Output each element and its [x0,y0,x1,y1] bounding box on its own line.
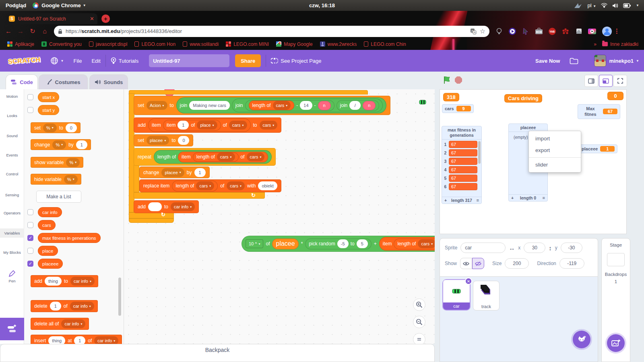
block-add-item-to-cars[interactable]: add item item1ofplace▾ of cars▾ to cars▾ [134,117,281,133]
list-dropdown[interactable]: cars▾ [260,121,278,130]
lightbulb-extension-icon[interactable] [495,27,503,35]
item-of-list-reporter[interactable]: item1ofplace▾ [163,120,221,131]
back-button[interactable]: ← [2,28,14,35]
pick-random-operator[interactable]: pick random-5to5 [305,239,371,249]
variable-monitor-max-fitness[interactable]: Max fitnes67 [578,104,620,119]
category-sensing[interactable]: Sensing [0,193,24,197]
monitor-checkbox[interactable] [27,222,33,228]
stage-canvas[interactable]: 318 cars9 Cars driving 0 Max fitnes67 pl… [440,89,627,234]
list-dropdown[interactable]: cars▾ [418,239,435,248]
variable-monitor-large[interactable]: 0 [607,92,623,100]
list-dropdown[interactable]: car info▾ [61,319,85,328]
forward-button[interactable]: → [14,28,27,35]
rainbow-video-extension-icon[interactable] [588,27,596,35]
list-monitor-max-fitness[interactable]: max fitness in generations 167 267 367 4… [442,126,482,204]
palette-list-max-fitness[interactable]: max fitness in generations [38,233,101,243]
tab-costumes[interactable]: Costumes [39,74,88,89]
briefcase-extension-icon[interactable] [535,27,543,35]
value-input-empty[interactable] [148,202,162,211]
bookmark-solilandi[interactable]: www.solilandi [183,41,219,47]
variable-dropdown[interactable]: placee▾ [161,168,184,177]
variable-dropdown[interactable]: %▾ [43,123,57,132]
yab-extension-icon[interactable]: YAB [548,27,556,35]
block-add-empty-to-car-info[interactable]: add to car info▾ [134,200,199,213]
backpack-bar[interactable]: Backpack [0,344,435,362]
variable-dropdown[interactable]: %▾ [52,140,66,149]
bookmark-star-icon[interactable]: ☆ [480,27,485,35]
variable-dropdown[interactable]: Acion▾ [147,101,167,110]
file-menu[interactable]: File [68,50,87,72]
menu-item-import[interactable]: import [529,133,581,144]
bookmark-lego-chin[interactable]: LEGO.com Chin [364,41,406,47]
zoom-reset-button[interactable] [413,333,425,344]
browser-menu-button[interactable] [616,29,617,34]
bookmark-2wrecks[interactable]: www.2wrecks [320,41,357,47]
chevron-down-icon[interactable]: ▼ [636,4,639,7]
block-replace-item[interactable]: replace item length ofcars▾ of cars▾ wit… [139,179,281,192]
list-dropdown[interactable]: cars▾ [227,181,245,190]
repeat-bottom-arm[interactable] [134,192,265,199]
new-tab-button[interactable]: + [101,14,110,23]
join-operator[interactable]: join / n [336,100,380,111]
tab-close-icon[interactable]: ✕ [90,16,94,22]
tutorials-button[interactable]: Tutorials [106,50,143,72]
other-bookmarks-folder[interactable]: Inne zakładki [602,41,638,47]
category-events[interactable]: Events [0,153,24,157]
delete-sprite-icon[interactable]: ✕ [465,278,472,285]
block-repeat[interactable]: repeat length of item length ofcars▾ of … [134,148,276,166]
zoom-in-button[interactable] [413,298,425,311]
palette-scrollbar[interactable] [118,278,121,316]
flower-extension-icon[interactable] [561,27,570,35]
value-input[interactable]: 1 [74,336,85,344]
value-input[interactable]: 5 [357,239,368,248]
my-stuff-button[interactable] [565,50,583,72]
stage-selector[interactable]: Stage Backdrops 1 [601,238,630,362]
list-dropdown[interactable]: car info▾ [94,336,118,344]
category-pen[interactable]: Pen [0,269,24,283]
list-row[interactable]: 267 [444,149,477,156]
monitor-checkbox[interactable] [27,94,33,100]
category-looks[interactable]: Looks [0,113,24,118]
length-of-operator[interactable]: length of item length ofcars▾ of cars▾ [154,150,272,164]
clock[interactable]: czw, 16:18 [0,2,644,8]
list-resize-handle[interactable]: = [477,198,479,203]
share-button[interactable]: Share [235,54,261,67]
see-project-page-button[interactable]: See Project Page [266,50,326,72]
sprite-direction-input[interactable]: -119 [559,258,584,269]
tab-code[interactable]: Code [6,74,38,89]
language-selector[interactable]: ▼ [45,50,69,72]
list-dropdown[interactable]: place▾ [197,121,217,130]
monitor-checkbox-checked[interactable] [27,261,33,267]
palette-block-insert-at-list[interactable]: insertthingat1ofcar info▾ [31,335,122,344]
add-extension-button[interactable] [0,318,24,340]
translate-icon[interactable]: aA [470,28,477,35]
c-block-bottom-arm[interactable] [129,212,174,218]
custom-block-param[interactable]: n [318,101,331,110]
sprite-tile-track[interactable]: track [473,281,500,311]
value-input[interactable]: 1 [178,121,189,130]
list-dropdown[interactable]: cars▾ [273,101,291,110]
palette-list-car-info[interactable]: car info [38,207,62,217]
palette-block-hide-variable[interactable]: hide variable%▾ [31,174,81,185]
monitor-checkbox-checked[interactable] [27,235,33,241]
list-row[interactable]: 467 [444,166,477,173]
battery-icon[interactable] [623,3,631,8]
video-play-extension-icon[interactable] [508,27,516,35]
category-sound[interactable]: Sound [0,134,24,138]
category-motion[interactable]: Motion [0,94,24,99]
variable-monitor-cars[interactable]: cars9 [442,104,474,113]
category-my-blocks[interactable]: My Blocks [0,250,24,255]
reload-button[interactable]: ↻ [27,27,39,35]
palette-block-show-variable[interactable]: show variable%▾ [31,157,83,168]
list-scrollbar[interactable] [478,141,481,164]
subtract-operator[interactable]: length ofcars▾ - 14 - n [245,100,334,111]
fullscreen-button[interactable] [613,75,627,87]
activities-button[interactable]: Podgląd [6,2,26,8]
block-set-acion[interactable]: set Acion▾ to join Making new cars join … [134,96,390,115]
palette-block-delete-all-of-list[interactable]: delete all ofcar info▾ [31,318,89,330]
list-resize-handle[interactable]: = [543,195,545,200]
join-operator[interactable]: join Making new cars join length ofcars▾… [176,97,387,113]
menu-item-export[interactable]: export [529,144,581,156]
sprite-y-input[interactable]: -30 [561,243,582,253]
address-bar[interactable]: https://scratch.mit.edu/projects/3144483… [54,26,489,37]
